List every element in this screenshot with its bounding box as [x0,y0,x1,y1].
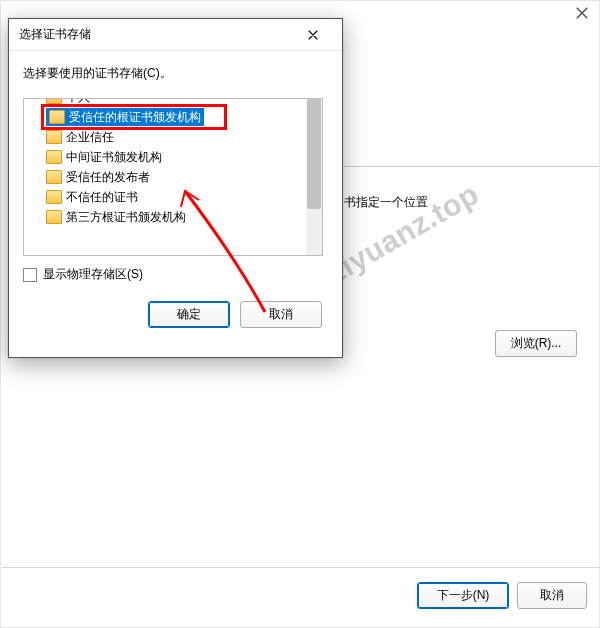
tree-item-label: 不信任的证书 [66,189,138,206]
checkbox-label: 显示物理存储区(S) [43,266,143,283]
tree-item[interactable]: 企业信任 [28,127,306,147]
tree-item-label: 受信任的根证书颁发机构 [69,109,201,126]
parent-wizard-buttons: 下一步(N) 取消 [417,582,587,609]
tree-scrollbar[interactable] [306,99,322,255]
parent-hint-text: 书指定一个位置 [344,194,428,211]
select-cert-store-dialog: 选择证书存储 选择要使用的证书存储(C)。 个人 受信任的根证书颁发机构 [8,18,343,358]
dialog-cancel-button[interactable]: 取消 [240,301,322,328]
folder-icon [46,98,62,104]
dialog-prompt: 选择要使用的证书存储(C)。 [23,65,328,82]
dialog-titlebar: 选择证书存储 [9,19,342,51]
tree-item[interactable]: 中间证书颁发机构 [28,147,306,167]
folder-icon [46,170,62,184]
tree-item[interactable]: 不信任的证书 [28,187,306,207]
tree-item[interactable]: 受信任的发布者 [28,167,306,187]
parent-close-button[interactable] [573,7,591,25]
folder-icon [46,130,62,144]
folder-icon [49,110,65,124]
folder-icon [46,210,62,224]
tree-item-label: 个人 [66,98,90,106]
close-icon [576,7,588,19]
parent-cancel-button[interactable]: 取消 [517,582,587,609]
parent-bottom-separator [2,567,600,568]
tree-item-selected[interactable]: 受信任的根证书颁发机构 [44,107,224,127]
dialog-close-button[interactable] [292,23,334,47]
folder-icon [46,150,62,164]
scrollbar-thumb[interactable] [307,99,321,209]
tree-item-label: 企业信任 [66,129,114,146]
close-icon [308,30,318,40]
tree-item-label: 中间证书颁发机构 [66,149,162,166]
cert-store-tree[interactable]: 个人 受信任的根证书颁发机构 企业信任 中间证书颁发机构 [23,98,323,256]
ok-button[interactable]: 确定 [148,301,230,328]
tree-item-label: 受信任的发布者 [66,169,150,186]
dialog-title: 选择证书存储 [19,26,292,43]
folder-icon [46,190,62,204]
browse-button[interactable]: 浏览(R)... [495,330,577,357]
tree-item[interactable]: 第三方根证书颁发机构 [28,207,306,227]
tree-item[interactable]: 个人 [28,98,306,107]
parent-separator [344,166,599,167]
tree-item-label: 第三方根证书颁发机构 [66,209,186,226]
show-physical-stores-checkbox[interactable] [23,268,37,282]
next-button[interactable]: 下一步(N) [417,582,509,609]
